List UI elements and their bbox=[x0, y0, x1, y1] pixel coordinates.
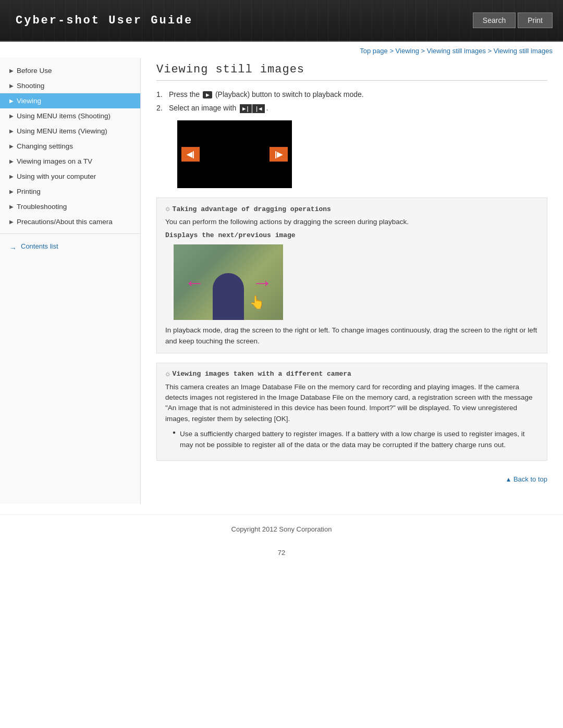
search-button[interactable]: Search bbox=[473, 13, 516, 28]
arrow-icon: ▶ bbox=[9, 204, 14, 209]
tip-icon: ☼ bbox=[165, 204, 170, 214]
nav-image-preview: ◀| |▶ bbox=[177, 120, 292, 188]
tip-1-subtitle: Displays the next/previous image bbox=[165, 231, 538, 239]
main-content: Viewing still images 1. Press the (Playb… bbox=[141, 58, 563, 504]
tip-2-title: ☼ Viewing images taken with a different … bbox=[165, 369, 538, 379]
breadcrumb-viewing[interactable]: Viewing bbox=[396, 47, 419, 55]
back-to-top: ▲ Back to top bbox=[156, 470, 547, 488]
drag-image-demo: ← → 👆 bbox=[174, 244, 283, 320]
contents-list-label: Contents list bbox=[21, 242, 58, 250]
step-1-text: Press the (Playback) button to switch to… bbox=[169, 90, 364, 98]
print-button[interactable]: Print bbox=[518, 13, 553, 28]
arrow-icon: ▶ bbox=[9, 83, 14, 89]
sidebar-item-precautions[interactable]: ▶ Precautions/About this camera bbox=[0, 214, 140, 229]
sidebar-item-label: Using MENU items (Viewing) bbox=[17, 127, 107, 135]
sidebar-divider bbox=[0, 233, 140, 234]
next-button[interactable]: |▶ bbox=[270, 147, 288, 162]
sidebar-item-settings[interactable]: ▶ Changing settings bbox=[0, 139, 140, 154]
arrow-icon: ▶ bbox=[9, 68, 14, 73]
tip-2-bullets: Use a sufficiently charged battery to re… bbox=[165, 428, 538, 451]
sidebar-item-computer[interactable]: ▶ Using with your computer bbox=[0, 169, 140, 184]
sidebar-item-shooting[interactable]: ▶ Shooting bbox=[0, 78, 140, 93]
breadcrumb-viewing-still[interactable]: Viewing still images bbox=[427, 47, 486, 55]
sidebar-item-before-use[interactable]: ▶ Before Use bbox=[0, 63, 140, 78]
sidebar-item-label: Using with your computer bbox=[17, 172, 96, 180]
sidebar-item-troubleshooting[interactable]: ▶ Troubleshooting bbox=[0, 199, 140, 214]
tip-icon-2: ☼ bbox=[165, 369, 170, 379]
breadcrumb-current[interactable]: Viewing still images bbox=[494, 47, 553, 55]
step-2-text: Select an image with ▶||◀ . bbox=[169, 104, 268, 113]
sidebar-item-menu-viewing[interactable]: ▶ Using MENU items (Viewing) bbox=[0, 124, 140, 139]
arrow-icon: ▶ bbox=[9, 158, 14, 164]
breadcrumb-top[interactable]: Top page bbox=[360, 47, 388, 55]
up-arrow-icon: ▲ bbox=[505, 476, 511, 483]
sidebar-item-label: Viewing bbox=[17, 97, 41, 105]
person-silhouette bbox=[213, 273, 244, 320]
tip-box-different-camera: ☼ Viewing images taken with a different … bbox=[156, 363, 547, 461]
drag-hand-icon: 👆 bbox=[249, 295, 265, 310]
tip-1-body: You can perform the following actions by… bbox=[165, 217, 538, 227]
sidebar-item-tv[interactable]: ▶ Viewing images on a TV bbox=[0, 154, 140, 169]
sidebar-item-label: Changing settings bbox=[17, 142, 73, 150]
arrow-icon: ▶ bbox=[9, 219, 14, 225]
sidebar: ▶ Before Use ▶ Shooting ▶ Viewing ▶ Usin… bbox=[0, 58, 141, 504]
arrow-icon: ▶ bbox=[9, 174, 14, 179]
sidebar-item-label: Before Use bbox=[17, 67, 52, 75]
sidebar-item-label: Shooting bbox=[17, 82, 44, 90]
sidebar-item-label: Printing bbox=[17, 188, 41, 195]
arrow-icon: ▶ bbox=[9, 128, 14, 134]
tip-box-dragging: ☼ Taking advantage of dragging operation… bbox=[156, 198, 547, 353]
arrow-icon: ▶ bbox=[9, 113, 14, 119]
sidebar-item-printing[interactable]: ▶ Printing bbox=[0, 184, 140, 199]
copyright-text: Copyright 2012 Sony Corporation bbox=[231, 525, 332, 533]
app-title: Cyber-shot User Guide bbox=[16, 14, 193, 27]
footer: Copyright 2012 Sony Corporation bbox=[0, 514, 563, 544]
header: Cyber-shot User Guide Search Print bbox=[0, 0, 563, 42]
header-buttons: Search Print bbox=[473, 13, 553, 28]
drag-image-inner: ← → 👆 bbox=[174, 244, 283, 320]
tip-1-drag-text: In playback mode, drag the screen to the… bbox=[165, 325, 538, 347]
drag-arrow-left-icon: ← bbox=[184, 270, 205, 294]
playback-icon bbox=[203, 91, 212, 98]
sidebar-item-menu-shooting[interactable]: ▶ Using MENU items (Shooting) bbox=[0, 108, 140, 124]
step-2: 2. Select an image with ▶||◀ . bbox=[156, 104, 547, 113]
page-title: Viewing still images bbox=[156, 63, 547, 81]
sidebar-item-label: Viewing images on a TV bbox=[17, 157, 92, 165]
sidebar-item-label: Using MENU items (Shooting) bbox=[17, 112, 111, 120]
sidebar-item-viewing[interactable]: ▶ Viewing bbox=[0, 93, 140, 108]
prev-button[interactable]: ◀| bbox=[181, 147, 200, 162]
arrow-right-icon bbox=[9, 244, 19, 249]
page-layout: ▶ Before Use ▶ Shooting ▶ Viewing ▶ Usin… bbox=[0, 58, 563, 504]
sidebar-item-label: Precautions/About this camera bbox=[17, 218, 113, 226]
step-2-number: 2. bbox=[156, 104, 167, 112]
sidebar-item-label: Troubleshooting bbox=[17, 203, 67, 211]
page-number: 72 bbox=[0, 544, 563, 562]
arrow-icon: ▶ bbox=[9, 189, 14, 194]
bullet-item: Use a sufficiently charged battery to re… bbox=[174, 428, 538, 451]
step-1: 1. Press the (Playback) button to switch… bbox=[156, 90, 547, 98]
arrow-icon: ▶ bbox=[9, 98, 14, 104]
drag-arrow-right-icon: → bbox=[252, 270, 273, 294]
contents-list-link[interactable]: Contents list bbox=[0, 238, 140, 254]
arrow-icon: ▶ bbox=[9, 143, 14, 149]
step-1-number: 1. bbox=[156, 90, 167, 98]
back-to-top-link[interactable]: ▲ Back to top bbox=[505, 475, 547, 483]
breadcrumb: Top page > Viewing > Viewing still image… bbox=[0, 42, 563, 58]
nav-buttons-icon: ▶||◀ bbox=[240, 104, 265, 113]
tip-2-body: This camera creates an Image Database Fi… bbox=[165, 382, 538, 424]
tip-1-title: ☼ Taking advantage of dragging operation… bbox=[165, 204, 538, 214]
